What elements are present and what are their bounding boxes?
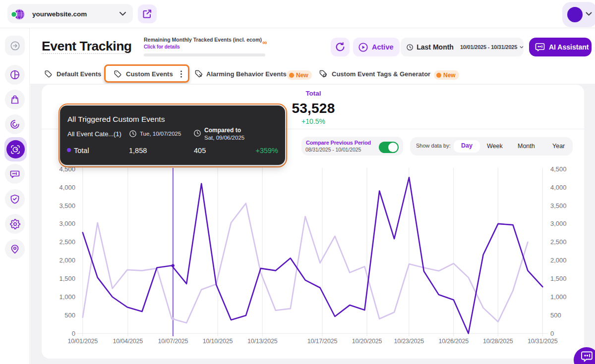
svg-text:0: 0 — [550, 330, 554, 337]
svg-text:1,500: 1,500 — [550, 275, 567, 282]
svg-text:1,000: 1,000 — [59, 293, 75, 301]
svg-text:10/04/2025: 10/04/2025 — [113, 338, 143, 345]
svg-text:500: 500 — [550, 312, 561, 319]
svg-text:10/07/2025: 10/07/2025 — [158, 338, 188, 345]
svg-text:2,000: 2,000 — [59, 257, 75, 264]
svg-text:1,000: 1,000 — [550, 293, 567, 301]
svg-text:2,500: 2,500 — [59, 238, 75, 246]
svg-text:3,000: 3,000 — [550, 220, 567, 227]
svg-text:2,000: 2,000 — [550, 257, 567, 264]
svg-text:1,500: 1,500 — [59, 275, 75, 282]
svg-text:10/28/2025: 10/28/2025 — [483, 338, 513, 345]
svg-text:0: 0 — [72, 330, 75, 337]
svg-text:10/23/2025: 10/23/2025 — [394, 338, 424, 345]
svg-text:3,500: 3,500 — [550, 202, 567, 209]
svg-text:10/13/2025: 10/13/2025 — [247, 338, 278, 345]
svg-text:4,500: 4,500 — [550, 165, 567, 173]
svg-text:4,000: 4,000 — [550, 184, 567, 191]
svg-text:10/17/2025: 10/17/2025 — [307, 338, 338, 345]
svg-text:10/20/2025: 10/20/2025 — [352, 338, 382, 345]
svg-text:4,000: 4,000 — [59, 184, 75, 191]
svg-text:500: 500 — [64, 312, 75, 319]
svg-text:10/01/2025: 10/01/2025 — [68, 338, 98, 345]
svg-text:3,500: 3,500 — [59, 202, 75, 209]
svg-text:3,000: 3,000 — [59, 220, 75, 227]
svg-text:10/31/2025: 10/31/2025 — [528, 338, 558, 345]
svg-text:10/26/2025: 10/26/2025 — [438, 338, 469, 345]
svg-text:2,500: 2,500 — [550, 238, 567, 246]
svg-text:10/10/2025: 10/10/2025 — [203, 338, 233, 345]
